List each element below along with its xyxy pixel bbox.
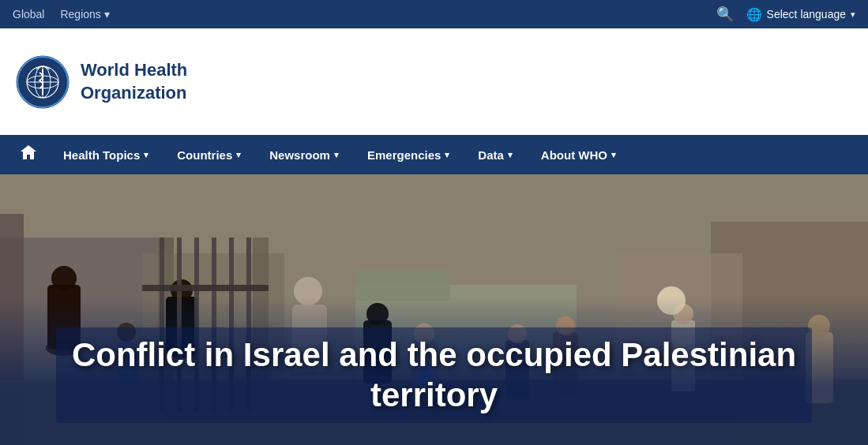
hero-title-line2: territory xyxy=(370,376,498,413)
nav-health-topics[interactable]: Health Topics ▾ xyxy=(49,135,163,174)
health-topics-chevron-icon: ▾ xyxy=(144,150,148,160)
nav-data[interactable]: Data ▾ xyxy=(464,135,527,174)
top-bar: Global Regions ▾ 🔍 🌐 Select language ▾ xyxy=(0,0,868,28)
hero-text-container: Conflict in Israel and the occupied Pale… xyxy=(0,312,868,445)
about-who-chevron-icon: ▾ xyxy=(611,150,616,160)
nav-emergencies[interactable]: Emergencies ▾ xyxy=(353,135,464,174)
health-topics-label: Health Topics xyxy=(63,148,140,162)
home-button[interactable] xyxy=(8,144,49,166)
search-icon: 🔍 xyxy=(716,6,734,22)
language-selector[interactable]: 🌐 Select language ▾ xyxy=(746,7,855,22)
svg-rect-49 xyxy=(142,285,269,291)
org-name-line1: World Health xyxy=(81,59,187,82)
newsroom-chevron-icon: ▾ xyxy=(334,150,339,160)
countries-label: Countries xyxy=(177,148,232,162)
hero-title-line1: Conflict in Israel and the occupied Pale… xyxy=(72,336,796,373)
home-icon xyxy=(19,144,38,161)
emergencies-chevron-icon: ▾ xyxy=(445,150,449,160)
data-chevron-icon: ▾ xyxy=(508,150,513,160)
who-logo-area[interactable]: World Health Organization xyxy=(16,55,187,109)
svg-point-21 xyxy=(51,266,77,291)
top-bar-right: 🔍 🌐 Select language ▾ xyxy=(716,6,855,23)
top-bar-left: Global Regions ▾ xyxy=(13,8,110,21)
regions-label: Regions xyxy=(60,8,100,21)
nav-newsroom[interactable]: Newsroom ▾ xyxy=(255,135,353,174)
language-icon: 🌐 xyxy=(746,7,762,22)
logo-bar: World Health Organization xyxy=(0,28,868,135)
org-name: World Health Organization xyxy=(81,59,187,104)
hero-title: Conflict in Israel and the occupied Pale… xyxy=(56,327,812,423)
countries-chevron-icon: ▾ xyxy=(236,150,241,160)
nav-items: Health Topics ▾ Countries ▾ Newsroom ▾ E… xyxy=(49,135,630,174)
regions-dropdown[interactable]: Regions ▾ xyxy=(60,8,109,21)
language-chevron-icon: ▾ xyxy=(851,9,855,20)
about-who-label: About WHO xyxy=(541,148,607,162)
main-nav: Health Topics ▾ Countries ▾ Newsroom ▾ E… xyxy=(0,135,868,174)
hero-section: Conflict in Israel and the occupied Pale… xyxy=(0,174,868,445)
svg-rect-15 xyxy=(355,269,450,301)
newsroom-label: Newsroom xyxy=(269,148,330,162)
global-link[interactable]: Global xyxy=(13,8,44,21)
search-button[interactable]: 🔍 xyxy=(716,6,734,23)
org-name-line2: Organization xyxy=(81,82,187,105)
nav-countries[interactable]: Countries ▾ xyxy=(163,135,255,174)
language-label: Select language xyxy=(767,8,846,21)
regions-chevron-icon: ▾ xyxy=(104,8,110,21)
who-logo-svg xyxy=(16,55,70,109)
nav-about-who[interactable]: About WHO ▾ xyxy=(527,135,630,174)
emergencies-label: Emergencies xyxy=(367,148,441,162)
data-label: Data xyxy=(478,148,504,162)
